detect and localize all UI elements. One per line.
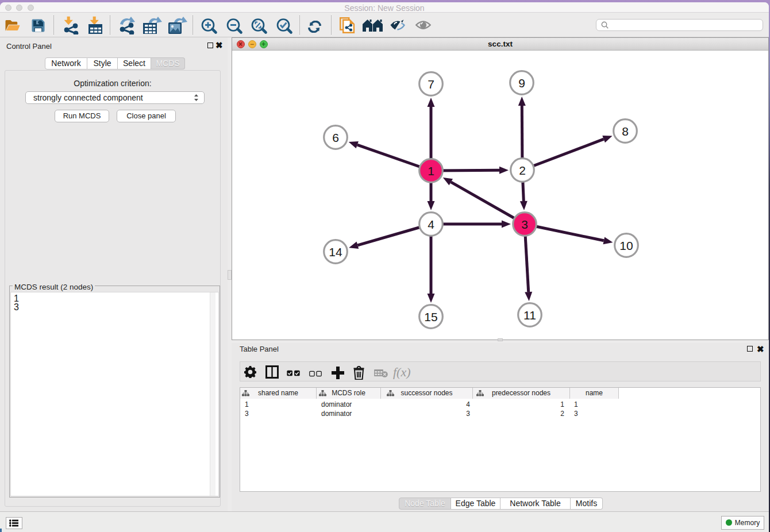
svg-text:10: 10 xyxy=(619,239,633,252)
svg-text:4: 4 xyxy=(428,218,434,231)
svg-text:14: 14 xyxy=(329,245,342,259)
svg-text:9: 9 xyxy=(518,76,525,90)
svg-text:8: 8 xyxy=(622,125,629,138)
svg-text:15: 15 xyxy=(424,310,437,323)
svg-text:6: 6 xyxy=(332,131,339,144)
svg-text:1: 1 xyxy=(428,164,434,178)
svg-text:3: 3 xyxy=(521,218,528,231)
svg-text:7: 7 xyxy=(428,78,434,91)
svg-text:2: 2 xyxy=(519,164,526,177)
svg-text:11: 11 xyxy=(523,309,536,322)
